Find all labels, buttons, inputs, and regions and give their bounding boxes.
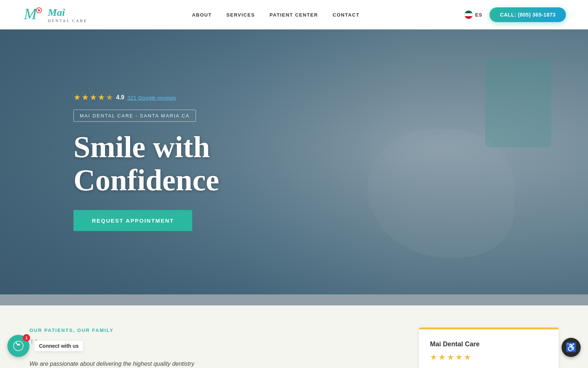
logo-brand: Mai — [48, 7, 87, 18]
review-star-4: ★ — [455, 353, 463, 362]
reviews-link[interactable]: 321 Google reviews — [127, 94, 176, 100]
language-label: ES — [475, 12, 482, 18]
star-2: ★ — [82, 93, 89, 102]
accessibility-button[interactable]: ♿ — [562, 338, 581, 357]
logo-icon: M — [22, 4, 44, 26]
logo-subtitle: DENTAL CARE — [48, 18, 87, 23]
google-review-card: Mai Dental Care ★ ★ ★ ★ ★ — [419, 328, 559, 368]
star-3: ★ — [90, 93, 97, 102]
star-1: ★ — [74, 93, 81, 102]
main-nav: ABOUT SERVICES PATIENT CENTER CONTACT — [192, 12, 359, 18]
patients-family-content: OUR PATIENTS, OUR FAMILY " We are passio… — [29, 328, 390, 368]
nav-contact[interactable]: CONTACT — [333, 12, 359, 18]
hero-headline: Smile with Confidence — [74, 131, 219, 197]
connect-label: Connect with us — [35, 341, 83, 351]
nav-services[interactable]: SERVICES — [226, 12, 255, 18]
section-body-text: We are passionate about delivering the h… — [29, 359, 390, 368]
request-appointment-button[interactable]: REQUEST APPOINTMENT — [74, 210, 192, 231]
rating-number: 4.9 — [116, 94, 124, 101]
hero-headline-line2: Confidence — [74, 163, 219, 197]
nav-patient-center[interactable]: PATIENT CENTER — [270, 12, 318, 18]
connect-badge: 1 — [23, 334, 30, 342]
connect-widget: 1 Connect with us — [7, 335, 83, 357]
mexico-flag-icon — [464, 10, 473, 19]
quote-icon: " — [29, 337, 390, 355]
star-rating: ★ ★ ★ ★ ★ — [74, 93, 113, 102]
logo[interactable]: M Mai DENTAL CARE — [22, 4, 87, 26]
site-header: M Mai DENTAL CARE ABOUT SERVICES PATIENT… — [0, 0, 588, 29]
review-star-3: ★ — [447, 353, 454, 362]
review-star-1: ★ — [430, 353, 437, 362]
svg-text:M: M — [24, 6, 37, 22]
patients-section: OUR PATIENTS, OUR FAMILY " We are passio… — [0, 305, 588, 368]
hero-headline-line1: Smile with — [74, 130, 210, 164]
review-card-title: Mai Dental Care — [430, 340, 548, 348]
section-tag: OUR PATIENTS, OUR FAMILY — [29, 328, 390, 333]
connect-phone-icon — [13, 340, 24, 351]
star-4: ★ — [98, 93, 105, 102]
svg-point-3 — [14, 341, 23, 351]
rating-row: ★ ★ ★ ★ ★ 4.9 321 Google reviews — [74, 93, 219, 102]
review-card-stars: ★ ★ ★ ★ ★ — [430, 353, 548, 362]
hero-bottom-strip — [0, 294, 588, 305]
accessibility-icon: ♿ — [566, 342, 577, 353]
language-selector[interactable]: ES — [464, 10, 482, 19]
logo-text: Mai DENTAL CARE — [48, 7, 87, 23]
hero-content: ★ ★ ★ ★ ★ 4.9 321 Google reviews MAI DEN… — [74, 93, 219, 231]
location-badge: MAI DENTAL CARE - SANTA MARIA CA — [74, 110, 196, 122]
hero-section: ★ ★ ★ ★ ★ 4.9 321 Google reviews MAI DEN… — [0, 29, 588, 294]
nav-about[interactable]: ABOUT — [192, 12, 212, 18]
review-star-5: ★ — [464, 353, 471, 362]
review-star-2: ★ — [438, 353, 446, 362]
connect-button[interactable]: 1 — [7, 335, 29, 357]
svg-point-2 — [38, 9, 40, 11]
star-5: ★ — [106, 93, 113, 102]
call-button[interactable]: CALL: (805) 365-1873 — [490, 7, 566, 22]
nav-right: ES CALL: (805) 365-1873 — [464, 7, 566, 22]
